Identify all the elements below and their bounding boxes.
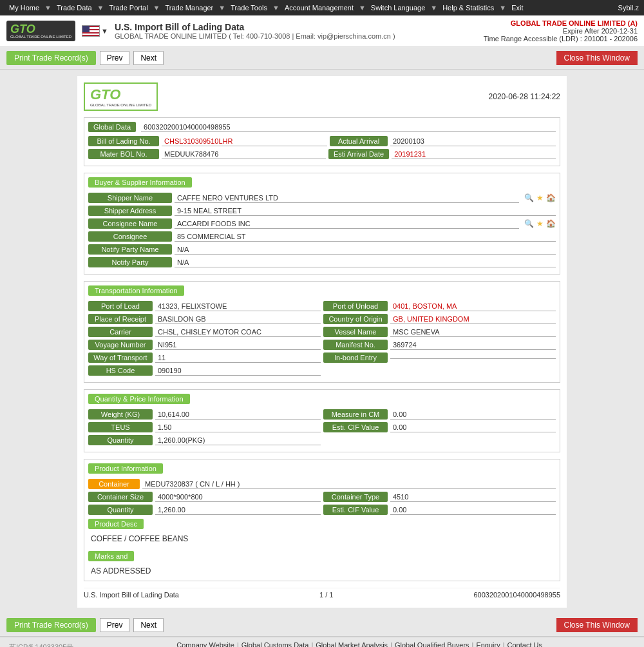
- page-title: U.S. Import Bill of Lading Data: [115, 22, 395, 32]
- footer-global-customs-data[interactable]: Global Customs Data: [242, 641, 309, 647]
- logo-subtitle: GLOBAL TRADE ONLINE LIMITED: [10, 35, 71, 39]
- nav-help-statistics[interactable]: Help & Statistics: [439, 3, 498, 13]
- esti-cif-label: Esti. CIF Value: [323, 422, 388, 432]
- port-load-col: Port of Load 41323, FELIXSTOWE: [88, 301, 321, 311]
- shipper-address-value: 9-15 NEAL STREET: [175, 206, 556, 216]
- port-load-unload-row: Port of Load 41323, FELIXSTOWE Port of U…: [88, 301, 556, 311]
- shipper-home-icon[interactable]: 🏠: [546, 193, 556, 202]
- print-button-bottom[interactable]: Print Trade Record(s): [6, 618, 96, 632]
- notify-party-name-label: Notify Party Name: [88, 244, 172, 255]
- consignee-value: 85 COMMERCIAL ST: [175, 232, 556, 242]
- close-button-bottom[interactable]: Close This Window: [556, 618, 638, 632]
- shipper-name-value: CAFFE NERO VENTURES LTD: [175, 193, 519, 203]
- container-size-label: Container Size: [88, 492, 153, 502]
- nav-my-home[interactable]: My Home: [5, 3, 43, 13]
- record-footer-left: U.S. Import Bill of Lading Data: [84, 591, 179, 599]
- next-button-top[interactable]: Next: [133, 51, 164, 65]
- consignee-row: Consignee 85 COMMERCIAL ST: [88, 231, 556, 242]
- marks-label: Marks and: [88, 551, 134, 561]
- page-subtitle: GLOBAL TRADE ONLINE LIMITED ( Tel: 400-7…: [115, 32, 395, 40]
- prev-button-top[interactable]: Prev: [100, 51, 130, 65]
- nav-switch-language[interactable]: Switch Language: [367, 3, 429, 13]
- flag-selector[interactable]: ▼: [82, 25, 108, 37]
- measure-col: Measure in CM 0.00: [323, 409, 556, 420]
- shipper-address-row: Shipper Address 9-15 NEAL STREET: [88, 206, 556, 216]
- product-qty-label: Quantity: [88, 505, 153, 515]
- esti-cif-value: 0.00: [390, 423, 556, 432]
- nav-trade-portal[interactable]: Trade Portal: [105, 3, 151, 13]
- notify-party-value: N/A: [175, 258, 556, 267]
- footer-contact-us[interactable]: Contact Us: [507, 641, 542, 647]
- place-receipt-col: Place of Receipt BASILDON GB: [88, 314, 321, 324]
- way-transport-col: Way of Transport 11: [88, 352, 321, 363]
- consignee-search-icon[interactable]: 🔍: [524, 219, 534, 228]
- quantity-price-title: Quantity & Price Information: [88, 394, 190, 404]
- prev-button-bottom[interactable]: Prev: [100, 618, 130, 632]
- hs-code-value: 090190: [155, 366, 321, 376]
- notify-party-name-row: Notify Party Name N/A: [88, 244, 556, 255]
- page-title-area: U.S. Import Bill of Lading Data GLOBAL T…: [115, 22, 395, 40]
- notify-party-name-value: N/A: [175, 245, 556, 255]
- buyer-supplier-title: Buyer & Supplier Information: [88, 177, 192, 188]
- manifest-label: Manifest No.: [323, 340, 388, 350]
- product-desc-label: Product Desc: [88, 519, 144, 529]
- port-load-label: Port of Load: [88, 301, 153, 311]
- vessel-col: Vessel Name MSC GENEVA: [323, 327, 556, 337]
- container-size-col: Container Size 4000*900*800: [88, 492, 321, 502]
- country-origin-value: GB, UNITED KINGDOM: [390, 314, 556, 324]
- esti-arrival-value: 20191231: [392, 150, 556, 159]
- us-flag: [82, 25, 100, 37]
- quantity-price-section: Quantity & Price Information Weight (KG)…: [84, 389, 560, 452]
- footer-company-website[interactable]: Company Website: [176, 641, 234, 647]
- product-qty-cif-row: Quantity 1,260.00 Esti. CIF Value 0.00: [88, 505, 556, 515]
- header-bar: GTO GLOBAL TRADE ONLINE LIMITED ▼ U.S. I…: [0, 15, 644, 47]
- nav-exit[interactable]: Exit: [507, 3, 527, 13]
- close-button-top[interactable]: Close This Window: [556, 51, 638, 65]
- record-datetime: 2020-06-28 11:24:22: [489, 92, 560, 101]
- manifest-value: 369724: [390, 340, 556, 350]
- country-origin-col: Country of Origin GB, UNITED KINGDOM: [323, 314, 556, 324]
- expire-info: Expire After 2020-12-31: [484, 27, 638, 35]
- nav-trade-manager[interactable]: Trade Manager: [161, 3, 217, 13]
- header-right: GLOBAL TRADE ONLINE LIMITED (A) Expire A…: [484, 19, 638, 43]
- qty-row: Quantity 1,260.00(PKG): [88, 435, 556, 445]
- consignee-home-icon[interactable]: 🏠: [546, 219, 556, 228]
- flag-dropdown-icon[interactable]: ▼: [101, 27, 108, 35]
- transportation-section: Transportation Information Port of Load …: [84, 281, 560, 383]
- nav-trade-data[interactable]: Trade Data: [53, 3, 96, 13]
- teus-col: TEUS 1.50: [88, 422, 321, 432]
- buyer-supplier-section: Buyer & Supplier Information Shipper Nam…: [84, 173, 560, 275]
- consignee-label: Consignee: [88, 231, 172, 242]
- nav-account-management[interactable]: Account Management: [281, 3, 357, 13]
- global-data-row: Global Data 6003202001040000498955: [88, 122, 556, 132]
- consignee-star-icon[interactable]: ★: [536, 219, 544, 228]
- shipper-name-row: Shipper Name CAFFE NERO VENTURES LTD 🔍 ★…: [88, 193, 556, 203]
- shipper-star-icon[interactable]: ★: [536, 193, 544, 202]
- container-label: Container: [88, 479, 140, 489]
- product-cif-label: Esti. CIF Value: [323, 505, 388, 515]
- esti-arrival-label: Esti Arrival Date: [328, 149, 389, 159]
- main-content: GTO GLOBAL TRADE ONLINE LIMITED 2020-06-…: [77, 76, 567, 608]
- footer-center: Company Website | Global Customs Data | …: [79, 641, 640, 647]
- footer-global-qualified-buyers[interactable]: Global Qualified Buyers: [395, 641, 469, 647]
- place-receipt-origin-row: Place of Receipt BASILDON GB Country of …: [88, 314, 556, 324]
- record-footer-middle: 1 / 1: [319, 591, 333, 599]
- toolbar-top: Print Trade Record(s) Prev Next Close Th…: [0, 47, 644, 70]
- record-logo: GTO GLOBAL TRADE ONLINE LIMITED: [84, 82, 158, 111]
- product-section: Product Information Container MEDU732083…: [84, 459, 560, 581]
- way-transport-inbond-row: Way of Transport 11 In-bond Entry: [88, 352, 556, 363]
- next-button-bottom[interactable]: Next: [133, 618, 164, 632]
- print-button-top[interactable]: Print Trade Record(s): [6, 51, 96, 65]
- bol-label: Bill of Lading No.: [88, 136, 159, 146]
- shipper-search-icon[interactable]: 🔍: [524, 193, 534, 202]
- product-title: Product Information: [88, 463, 163, 474]
- shipper-icons: 🔍 ★ 🏠: [524, 193, 556, 202]
- mater-bol-row: Mater BOL No. MEDUUK788476 Esti Arrival …: [88, 149, 556, 159]
- measure-label: Measure in CM: [323, 409, 388, 420]
- header-left: GTO GLOBAL TRADE ONLINE LIMITED ▼ U.S. I…: [6, 21, 395, 41]
- nav-trade-tools[interactable]: Trade Tools: [227, 3, 271, 13]
- mater-bol-label: Mater BOL No.: [88, 149, 159, 159]
- record-header: GTO GLOBAL TRADE ONLINE LIMITED 2020-06-…: [84, 82, 560, 111]
- footer-enquiry[interactable]: Enquiry: [476, 641, 500, 647]
- footer-global-market-analysis[interactable]: Global Market Analysis: [316, 641, 388, 647]
